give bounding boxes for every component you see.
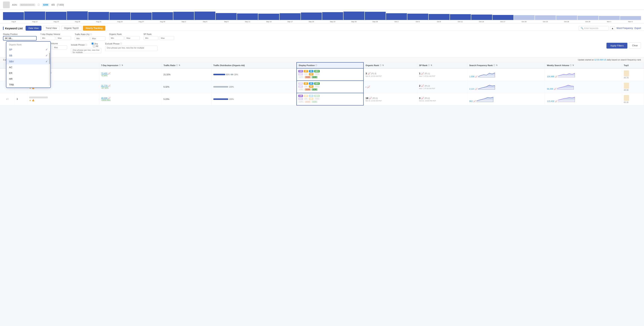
filter-actions: Apply Filters Clear — [606, 42, 641, 48]
star-icon[interactable]: ★ — [29, 99, 31, 102]
sp-rank-max[interactable] — [159, 36, 174, 40]
organic-rank-max[interactable] — [125, 36, 140, 40]
traffic-ratio-value: 21.32% — [164, 74, 170, 76]
th-traffic-ratio[interactable]: Traffic Ratio ⓘ ⇅ — [162, 62, 212, 68]
or-sort-icon[interactable]: ⇅ — [382, 64, 384, 66]
dropdown-item-er[interactable]: ER — [6, 70, 50, 76]
clear-button[interactable]: Clear — [629, 42, 641, 48]
tr-info-icon[interactable]: ⓘ — [176, 64, 178, 67]
update-info: Update started at 12:00 AM US daily base… — [578, 59, 641, 61]
radio-any[interactable]: Any — [91, 42, 98, 45]
tag-icon[interactable]: 🏷 — [6, 98, 8, 100]
dropdown-item-sbv[interactable]: SBV ✓ — [6, 58, 50, 64]
date-label: Sep 14 — [258, 21, 280, 22]
organic-bar — [213, 74, 225, 75]
display-position-input[interactable] — [3, 36, 36, 40]
radio-any-input[interactable] — [91, 42, 94, 45]
exclude-phrase-textarea[interactable] — [105, 46, 158, 51]
bar-17 — [365, 12, 386, 20]
th-impression[interactable]: 7-Day Impression ⓘ ⇅ — [99, 62, 162, 68]
th-weekly-vol[interactable]: Weekly Search Volume ⓘ ⇅ — [545, 62, 622, 68]
collapse-button[interactable]: ▲ — [610, 26, 615, 30]
traffic-ratio-label: Traffic Ratio (%) ⓘ — [75, 33, 105, 36]
traffic-bars: 100% — [213, 86, 294, 88]
bar-29 — [620, 16, 641, 20]
impression-info-icon[interactable]: ⓘ — [119, 64, 121, 67]
organic-rank-min[interactable] — [109, 36, 124, 40]
traffic-ratio-info-icon[interactable]: ⓘ — [90, 33, 92, 36]
word-frequency-button[interactable]: Word Frequency — [616, 27, 633, 30]
sp-sort-icon[interactable]: ⇅ — [431, 64, 432, 66]
dp-tag-SOR: SOR — [312, 101, 318, 103]
tab-hourly-tracking[interactable]: Hourly Tracking — [83, 26, 106, 30]
dp-row-1: ORSPSBSBV — [298, 70, 362, 72]
include-phrase-info-icon[interactable]: ⓘ — [85, 44, 87, 46]
radio-all-input[interactable] — [93, 45, 95, 47]
organic-rank-time: Nov 8, 12:04 AM PST — [366, 100, 415, 102]
info-icon[interactable]: ⓘ — [38, 3, 40, 6]
tab-organic-top10[interactable]: Organic Top10 — [61, 26, 82, 30]
filter-organic-rank: Organic Rank — [109, 33, 140, 40]
dp-row-1: ORSPSBSBV — [298, 82, 362, 85]
dropdown-item-trb[interactable]: TRB — [6, 82, 50, 88]
dropdown-item-sb[interactable]: SB ✓ — [6, 52, 50, 58]
keyword-table-wrapper: # Keyword 7-Day Impression ⓘ ⇅ Traffic R… — [0, 62, 644, 106]
dp-tag-OR: OR — [298, 95, 303, 97]
filter-row-1: Display Position Organic Rank SP ✓ SB ✓ … — [3, 33, 641, 40]
apply-filters-button[interactable]: Apply Filters — [606, 43, 628, 48]
sp-rank-value: 1 📈 — [419, 72, 424, 75]
impression-value[interactable]: 18,008 📈 — [101, 97, 110, 99]
th-sp-rank[interactable]: SP Rank ⓘ ⇅ — [417, 62, 467, 68]
sfr-value: 862 📈 — [469, 100, 476, 102]
volume-min-input[interactable] — [40, 36, 55, 40]
weekly-vol-max[interactable] — [52, 45, 67, 50]
th-sfr[interactable]: Search Frequency Rank ⓘ ⇅ — [467, 62, 545, 68]
radio-all[interactable]: All — [93, 45, 98, 47]
sfr-sort-icon[interactable]: ⇅ — [496, 64, 498, 66]
display-position-cell: ORSPSBSBV ACERHRTRB CPFOORSOR — [296, 68, 364, 81]
impression-change: +5.84% — [101, 75, 160, 77]
dp-tag-CPF: CPF — [298, 101, 304, 103]
th-organic-rank[interactable]: Organic Rank ⓘ ⇅ — [364, 62, 417, 68]
export-button[interactable]: Export — [634, 27, 641, 30]
sp-check: ✓ — [46, 48, 48, 51]
date-label: Aug 18 — [67, 21, 88, 22]
traffic-ratio-min[interactable] — [75, 36, 90, 40]
traffic-ratio-max[interactable] — [90, 36, 105, 40]
wsv-info-icon[interactable]: ⓘ — [570, 64, 572, 67]
tab-trend-view[interactable]: Trend View — [43, 26, 60, 30]
or-info-icon[interactable]: ⓘ — [380, 64, 382, 67]
dp-row-3: CPFOORSOR — [298, 101, 362, 103]
traffic-ratio-cell: 6.32% — [162, 81, 212, 93]
sp-rank-value: 3 📈 — [419, 97, 424, 100]
tr-sort-icon[interactable]: ⇅ — [179, 64, 180, 66]
sp-rank-min[interactable] — [144, 36, 158, 40]
sfr-info-icon[interactable]: ⓘ — [493, 64, 495, 67]
date-label: Sep 11 — [237, 21, 258, 22]
traffic-bars: 80% 20% — [213, 74, 294, 76]
exclude-phrase-info-icon[interactable]: ⓘ — [120, 42, 122, 45]
impression-sort-icon[interactable]: ⇅ — [122, 64, 123, 66]
dp-tag-SBV: SBV — [314, 70, 320, 72]
impression-value[interactable]: 21,779 📈 — [101, 84, 110, 87]
sp-info-icon[interactable]: ⓘ — [428, 64, 430, 67]
volume-7day-label: 7-day Display Volume — [40, 33, 71, 35]
th-display-position[interactable]: Display Position ⓘ — [296, 62, 364, 68]
volume-max-input[interactable] — [56, 36, 71, 40]
bar-27 — [578, 16, 598, 20]
dp-info-icon[interactable]: ⓘ — [315, 64, 317, 67]
wsv-sort-icon[interactable]: ⇅ — [572, 64, 574, 66]
keyword-search-box[interactable]: 🔍 Enter keywords — [579, 26, 608, 30]
bar-1 — [24, 12, 45, 20]
display-position-tags: ORSPSBSBV ACERHRTRB CPFOORSOR — [298, 94, 362, 104]
dropdown-item-sp[interactable]: SP ✓ — [6, 46, 50, 52]
dropdown-item-ac[interactable]: AC — [6, 64, 50, 70]
date-label: Oct 26 — [556, 21, 577, 22]
info-bar: 3 pages of Amazon search results. Update… — [0, 58, 644, 62]
tab-data-view[interactable]: Data View — [26, 26, 41, 30]
include-phrase-textarea[interactable] — [71, 48, 102, 53]
impression-value[interactable]: 73,405 📈 — [101, 72, 110, 74]
dp-tag-AC: AC — [298, 85, 303, 88]
dropdown-item-hr[interactable]: HR — [6, 76, 50, 82]
exclude-phrase-label: Exclude Phrase ⓘ — [105, 42, 158, 45]
